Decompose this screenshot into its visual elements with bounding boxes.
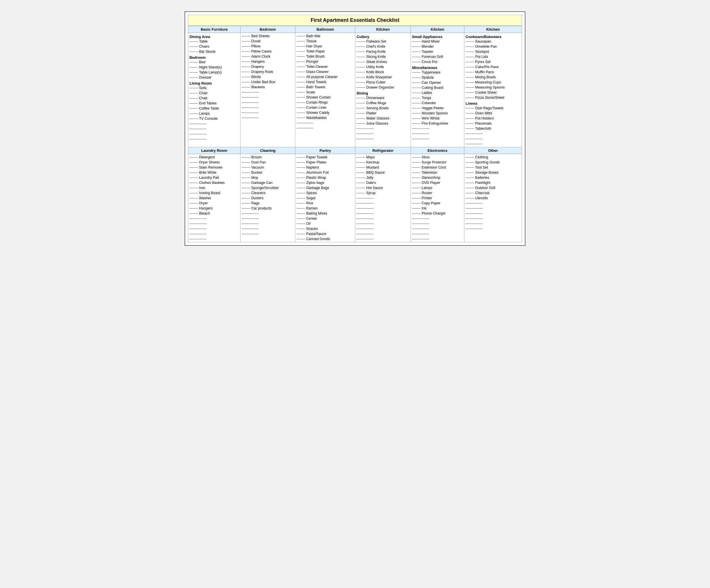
checkbox-line[interactable] xyxy=(297,113,305,113)
checkbox-line[interactable] xyxy=(356,193,365,193)
blank-checkbox[interactable] xyxy=(189,139,207,139)
checkbox-line[interactable] xyxy=(412,178,421,178)
blank-checkbox[interactable] xyxy=(356,229,374,229)
checkbox-line[interactable] xyxy=(466,47,474,47)
blank-checkbox[interactable] xyxy=(189,239,207,239)
checkbox-line[interactable] xyxy=(412,108,421,108)
checkbox-line[interactable] xyxy=(466,108,474,108)
checkbox-line[interactable] xyxy=(412,103,421,103)
checkbox-line[interactable] xyxy=(297,167,305,168)
blank-checkbox[interactable] xyxy=(189,229,207,229)
checkbox-line[interactable] xyxy=(412,72,421,73)
checkbox-line[interactable] xyxy=(189,114,198,114)
checkbox-line[interactable] xyxy=(242,46,250,47)
checkbox-line[interactable] xyxy=(297,72,305,72)
blank-checkbox[interactable] xyxy=(242,113,259,113)
checkbox-line[interactable] xyxy=(356,167,365,168)
checkbox-line[interactable] xyxy=(356,47,365,47)
blank-checkbox[interactable] xyxy=(189,134,207,134)
checkbox-line[interactable] xyxy=(242,51,250,52)
checkbox-line[interactable] xyxy=(297,198,305,198)
checkbox-line[interactable] xyxy=(412,167,421,168)
checkbox-line[interactable] xyxy=(297,107,305,108)
blank-checkbox[interactable] xyxy=(412,224,429,224)
checkbox-line[interactable] xyxy=(412,62,421,62)
checkbox-line[interactable] xyxy=(189,103,198,104)
checkbox-line[interactable] xyxy=(356,72,365,72)
checkbox-line[interactable] xyxy=(466,62,474,62)
blank-checkbox[interactable] xyxy=(356,224,374,224)
checkbox-line[interactable] xyxy=(297,183,305,183)
checkbox-line[interactable] xyxy=(356,108,365,108)
checkbox-line[interactable] xyxy=(466,57,474,57)
blank-checkbox[interactable] xyxy=(356,239,374,239)
checkbox-line[interactable] xyxy=(412,123,421,124)
checkbox-line[interactable] xyxy=(242,178,250,178)
blank-checkbox[interactable] xyxy=(242,224,259,224)
blank-checkbox[interactable] xyxy=(242,107,259,108)
checkbox-line[interactable] xyxy=(412,203,421,203)
checkbox-line[interactable] xyxy=(466,198,474,198)
checkbox-line[interactable] xyxy=(466,128,474,129)
checkbox-line[interactable] xyxy=(189,77,198,78)
checkbox-line[interactable] xyxy=(242,193,250,193)
checkbox-line[interactable] xyxy=(189,208,198,209)
checkbox-line[interactable] xyxy=(412,98,421,98)
blank-checkbox[interactable] xyxy=(466,144,482,144)
checkbox-line[interactable] xyxy=(297,102,305,103)
checkbox-line[interactable] xyxy=(189,167,198,168)
checkbox-line[interactable] xyxy=(297,188,305,188)
blank-checkbox[interactable] xyxy=(412,234,429,234)
checkbox-line[interactable] xyxy=(297,51,305,52)
blank-checkbox[interactable] xyxy=(356,203,374,203)
blank-checkbox[interactable] xyxy=(189,234,207,234)
checkbox-line[interactable] xyxy=(189,52,198,52)
blank-checkbox[interactable] xyxy=(356,198,374,198)
checkbox-line[interactable] xyxy=(242,56,250,57)
checkbox-line[interactable] xyxy=(189,178,198,178)
blank-checkbox[interactable] xyxy=(189,224,207,224)
checkbox-line[interactable] xyxy=(412,188,421,188)
checkbox-line[interactable] xyxy=(242,72,250,72)
checkbox-line[interactable] xyxy=(356,62,365,62)
checkbox-line[interactable] xyxy=(356,67,365,67)
checkbox-line[interactable] xyxy=(297,178,305,178)
checkbox-line[interactable] xyxy=(412,57,421,57)
blank-checkbox[interactable] xyxy=(356,128,374,129)
checkbox-line[interactable] xyxy=(466,157,474,157)
checkbox-line[interactable] xyxy=(189,47,198,47)
checkbox-line[interactable] xyxy=(297,162,305,163)
checkbox-line[interactable] xyxy=(412,183,421,183)
checkbox-line[interactable] xyxy=(297,193,305,193)
checkbox-line[interactable] xyxy=(189,198,198,198)
checkbox-line[interactable] xyxy=(297,239,305,239)
checkbox-line[interactable] xyxy=(297,203,305,203)
checkbox-line[interactable] xyxy=(466,167,474,168)
checkbox-line[interactable] xyxy=(297,56,305,57)
blank-checkbox[interactable] xyxy=(466,203,482,203)
checkbox-line[interactable] xyxy=(356,118,365,119)
checkbox-line[interactable] xyxy=(466,123,474,124)
checkbox-line[interactable] xyxy=(242,67,250,67)
checkbox-line[interactable] xyxy=(412,193,421,193)
checkbox-line[interactable] xyxy=(466,67,474,67)
checkbox-line[interactable] xyxy=(297,87,305,88)
checkbox-line[interactable] xyxy=(466,118,474,119)
checkbox-line[interactable] xyxy=(242,87,250,88)
blank-checkbox[interactable] xyxy=(356,234,374,234)
checkbox-line[interactable] xyxy=(189,203,198,203)
checkbox-line[interactable] xyxy=(412,162,421,163)
checkbox-line[interactable] xyxy=(297,82,305,82)
checkbox-line[interactable] xyxy=(242,82,250,82)
checkbox-line[interactable] xyxy=(356,98,365,98)
checkbox-line[interactable] xyxy=(356,183,365,183)
blank-checkbox[interactable] xyxy=(466,224,482,224)
checkbox-line[interactable] xyxy=(189,188,198,188)
checkbox-line[interactable] xyxy=(189,108,198,109)
checkbox-line[interactable] xyxy=(356,103,365,103)
checkbox-line[interactable] xyxy=(189,93,198,93)
checkbox-line[interactable] xyxy=(466,178,474,178)
checkbox-line[interactable] xyxy=(412,157,421,157)
checkbox-line[interactable] xyxy=(356,123,365,124)
checkbox-line[interactable] xyxy=(297,97,305,98)
